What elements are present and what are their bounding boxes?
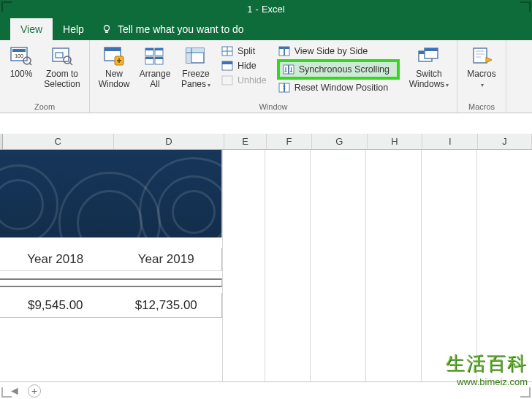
group-macros: Macros▾ Macros <box>457 40 506 113</box>
group-window-label: Window <box>94 101 452 111</box>
new-window-icon <box>102 45 126 68</box>
cell-value-d[interactable]: $12,735.00 <box>111 293 222 317</box>
zoom-selection-label: Zoom to Selection <box>41 69 83 90</box>
svg-point-0 <box>104 26 109 31</box>
new-sheet-button[interactable]: + <box>28 384 41 398</box>
svg-rect-36 <box>279 47 284 49</box>
sync-scroll-label: Synchronous Scrolling <box>299 64 390 75</box>
unhide-button: Unhide <box>220 74 271 87</box>
hide-button[interactable]: Hide <box>220 59 271 72</box>
divider-row <box>0 278 222 287</box>
app-name: Excel <box>262 4 285 15</box>
synchronous-scrolling-highlight: Synchronous Scrolling <box>277 59 400 80</box>
svg-rect-22 <box>155 57 163 59</box>
tab-view[interactable]: View <box>10 18 53 40</box>
split-button[interactable]: Split <box>220 45 271 58</box>
svg-rect-25 <box>186 48 191 63</box>
reset-position-icon <box>278 82 290 94</box>
freeze-panes-label: Freeze Panes▾ <box>178 69 214 90</box>
svg-rect-32 <box>222 61 232 64</box>
column-header-h[interactable]: H <box>368 134 423 149</box>
svg-rect-20 <box>145 57 153 59</box>
view-side-by-side-button[interactable]: View Side by Side <box>277 45 400 58</box>
ribbon: 100 100% Zoom to Selection Zoom New Wind… <box>0 40 532 113</box>
crop-mark <box>520 1 531 12</box>
header-graphic <box>0 150 222 238</box>
chevron-down-icon: ▾ <box>481 82 484 88</box>
watermark-text: 生活百科 <box>446 351 528 376</box>
cell-year-2018[interactable]: Year 2018 <box>0 248 111 270</box>
group-zoom: 100 100% Zoom to Selection Zoom <box>0 40 90 113</box>
crop-mark <box>1 387 12 398</box>
unhide-icon <box>221 75 233 86</box>
macros-button[interactable]: Macros▾ <box>462 43 501 90</box>
tell-me-label: Tell me what you want to do <box>118 23 244 35</box>
side-by-side-label: View Side by Side <box>294 46 368 56</box>
svg-rect-2 <box>12 49 26 52</box>
title-bar: 1 - Excel <box>0 0 532 18</box>
ribbon-tabs: View Help Tell me what you want to do <box>0 18 532 40</box>
svg-rect-11 <box>104 48 121 51</box>
svg-rect-40 <box>279 83 284 92</box>
tab-view-label: View <box>20 23 42 35</box>
svg-rect-16 <box>145 48 153 50</box>
lightbulb-icon <box>102 24 112 34</box>
arrange-all-icon <box>143 45 167 68</box>
empty-grid <box>222 150 532 381</box>
new-window-button[interactable]: New Window <box>94 43 134 90</box>
zoom-100-label: 100% <box>10 69 33 90</box>
group-zoom-label: Zoom <box>4 101 85 111</box>
freeze-panes-button[interactable]: Freeze Panes▾ <box>176 43 216 90</box>
column-header-g[interactable]: G <box>312 134 368 149</box>
column-header-j[interactable]: J <box>478 134 532 149</box>
switch-windows-icon <box>417 45 441 68</box>
macros-icon <box>470 45 493 68</box>
svg-rect-33 <box>222 76 232 85</box>
split-icon <box>221 45 233 57</box>
column-header-c[interactable]: C <box>3 134 114 149</box>
switch-windows-button[interactable]: Switch Windows▾ <box>406 43 452 90</box>
cell-value-c[interactable]: $9,545.00 <box>0 293 111 317</box>
svg-line-5 <box>29 63 31 65</box>
cells-grid[interactable]: Year 2018 Year 2019 $9,545.00 $12,735.00 <box>0 150 532 381</box>
svg-text:100: 100 <box>15 53 23 58</box>
side-by-side-icon <box>278 45 290 57</box>
title-sep: - <box>256 4 259 15</box>
hide-label: Hide <box>238 61 256 71</box>
chevron-down-icon: ▾ <box>446 82 449 88</box>
svg-rect-6 <box>53 48 69 61</box>
cell-year-2019[interactable]: Year 2019 <box>111 248 222 270</box>
zoom-100-button[interactable]: 100 100% <box>4 43 38 90</box>
arrange-all-button[interactable]: Arrange All <box>135 43 175 90</box>
zoom-to-selection-button[interactable]: Zoom to Selection <box>39 43 85 90</box>
zoom-selection-icon <box>50 45 74 68</box>
freeze-panes-icon <box>184 45 208 68</box>
column-header-f[interactable]: F <box>267 134 312 149</box>
macros-label: Macros▾ <box>467 69 495 90</box>
svg-rect-46 <box>474 48 487 63</box>
crop-mark <box>1 1 12 12</box>
tab-help[interactable]: Help <box>53 18 94 40</box>
tab-help-label: Help <box>63 23 84 35</box>
svg-rect-41 <box>284 83 289 92</box>
zoom-100-icon: 100 <box>10 45 33 68</box>
synchronous-scrolling-button[interactable]: Synchronous Scrolling <box>280 62 397 77</box>
hide-icon <box>221 60 233 72</box>
watermark-url: www.bimeiz.com <box>446 376 528 387</box>
svg-marker-47 <box>486 57 492 63</box>
reset-window-position-button[interactable]: Reset Window Position <box>277 81 400 94</box>
column-header-e[interactable]: E <box>224 134 267 149</box>
crop-mark <box>520 387 531 398</box>
svg-line-9 <box>69 62 72 65</box>
tell-me-search[interactable]: Tell me what you want to do <box>102 18 244 40</box>
arrange-all-label: Arrange All <box>137 69 173 90</box>
unhide-label: Unhide <box>238 75 267 86</box>
column-header-i[interactable]: I <box>422 134 478 149</box>
sync-scroll-icon <box>283 64 294 75</box>
chevron-down-icon: ▾ <box>208 82 210 88</box>
group-window: New Window Arrange All Freeze Panes▾ Spl… <box>90 40 457 113</box>
svg-rect-18 <box>155 48 163 50</box>
column-header-d[interactable]: D <box>114 134 225 149</box>
new-window-label: New Window <box>96 69 132 90</box>
svg-rect-45 <box>425 48 438 51</box>
